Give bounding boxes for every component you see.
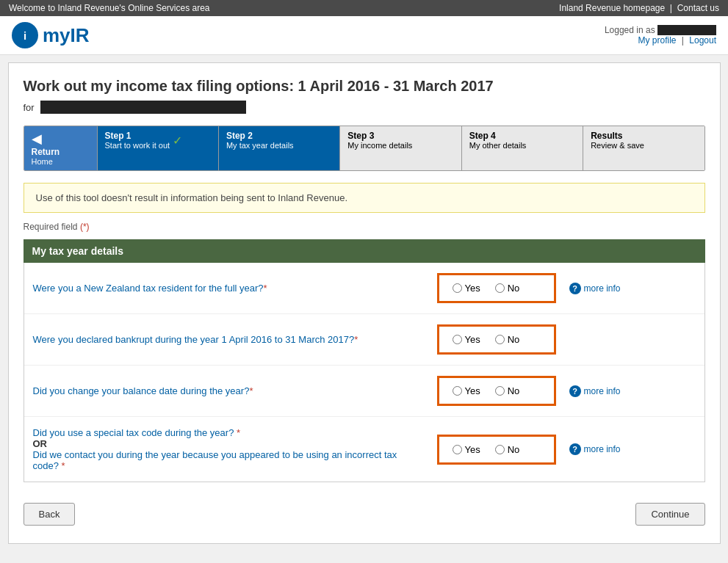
required-star: (*) — [80, 222, 90, 232]
step1-sub: Start to work it out — [105, 141, 170, 150]
for-label-text: for — [24, 102, 35, 113]
q1-more-info-link[interactable]: ? more info — [569, 283, 621, 294]
results-label: Results — [591, 131, 696, 141]
back-arrow-icon: ◀ — [32, 131, 87, 147]
q2-radio-group: Yes No — [453, 334, 541, 345]
q2-info-placeholder — [563, 334, 622, 345]
q1-info-icon: ? — [569, 283, 581, 294]
step1-label: Step 1 — [105, 131, 170, 141]
results-sub: Review & save — [591, 141, 696, 150]
question-row-3: Did you change your balance date during … — [24, 366, 704, 417]
continue-button[interactable]: Continue — [635, 503, 704, 526]
q4-more-info-link[interactable]: ? more info — [569, 443, 621, 455]
question-row-1: Were you a New Zealand tax resident for … — [24, 263, 704, 314]
q3-no-radio[interactable] — [495, 386, 505, 396]
user-name-block — [40, 101, 246, 114]
question-2-text: Were you declared bankrupt during the ye… — [33, 334, 430, 345]
q1-no-option[interactable]: No — [495, 283, 520, 294]
q1-info: ? more info — [563, 283, 622, 294]
q4-no-option[interactable]: No — [495, 444, 520, 455]
step2-sub: My tax year details — [226, 141, 332, 150]
step2-label: Step 2 — [226, 131, 332, 141]
question-row-4: Did you use a special tax code during th… — [24, 417, 704, 482]
top-bar: Welcome to Inland Revenue's Online Servi… — [0, 0, 728, 16]
footer-buttons: Back Continue — [24, 494, 705, 529]
step-return-home[interactable]: ◀ Return Home — [24, 126, 98, 170]
q4-info-icon: ? — [569, 443, 581, 455]
q4-radio-box: Yes No — [437, 435, 556, 465]
q1-radio-group: Yes No — [453, 283, 541, 294]
logo-area: i myIR — [12, 22, 90, 48]
required-label: Required field (*) — [24, 222, 705, 232]
q4-yes-option[interactable]: Yes — [453, 444, 480, 455]
questions-container: Were you a New Zealand tax resident for … — [24, 263, 705, 482]
homepage-link[interactable]: Inland Revenue homepage — [559, 3, 665, 13]
q3-yes-radio[interactable] — [453, 386, 462, 396]
step3-label: Step 3 — [347, 131, 453, 141]
user-name-redacted — [657, 25, 716, 35]
step-results[interactable]: Results Review & save — [583, 126, 704, 170]
step-return-label: Return — [32, 147, 90, 157]
q2-no-option[interactable]: No — [495, 334, 520, 345]
q3-radio-group: Yes No — [453, 385, 541, 396]
question-row-2: Were you declared bankrupt during the ye… — [24, 314, 704, 366]
checkmark-icon: ✓ — [173, 134, 182, 148]
page-title: Work out my income tax filing options: 1… — [24, 78, 705, 95]
question-3-text: Did you change your balance date during … — [33, 385, 430, 396]
for-row: for — [24, 101, 705, 114]
step-3[interactable]: Step 3 My income details — [340, 126, 461, 170]
step-1[interactable]: Step 1 Start to work it out ✓ — [98, 126, 219, 170]
q4-radio-group: Yes No — [453, 444, 541, 455]
q2-yes-option[interactable]: Yes — [453, 334, 480, 345]
steps-nav: ◀ Return Home Step 1 Start to work it ou… — [24, 126, 705, 171]
q1-yes-radio[interactable] — [453, 283, 462, 293]
logged-in-label: Logged in as — [605, 25, 655, 35]
q4-yes-radio[interactable] — [453, 445, 462, 454]
my-profile-link[interactable]: My profile — [638, 35, 676, 46]
q3-no-option[interactable]: No — [495, 385, 520, 396]
q4-no-radio[interactable] — [495, 445, 505, 454]
q3-yes-option[interactable]: Yes — [453, 385, 480, 396]
question-4-text: Did you use a special tax code during th… — [33, 427, 430, 471]
q3-info: ? more info — [563, 385, 622, 397]
header-right: Logged in as My profile | Logout — [605, 25, 716, 46]
question-1-text: Were you a New Zealand tax resident for … — [33, 283, 430, 294]
step4-sub: My other details — [469, 141, 575, 150]
info-box: Use of this tool doesn't result in infor… — [24, 183, 705, 213]
q1-radio-box: Yes No — [437, 273, 556, 303]
q3-radio-box: Yes No — [437, 376, 556, 406]
step-4[interactable]: Step 4 My other details — [462, 126, 583, 170]
logo-icon: i — [12, 22, 38, 48]
main-content: Work out my income tax filing options: 1… — [8, 62, 721, 544]
header: i myIR Logged in as My profile | Logout — [0, 16, 728, 55]
q3-more-info-link[interactable]: ? more info — [569, 385, 621, 397]
q1-yes-option[interactable]: Yes — [453, 283, 480, 294]
logo-name: myIR — [43, 24, 90, 47]
section-header: My tax year details — [24, 239, 705, 263]
q1-no-radio[interactable] — [495, 283, 505, 293]
q2-radio-box: Yes No — [437, 324, 556, 355]
logout-link[interactable]: Logout — [689, 35, 716, 46]
info-box-text: Use of this tool doesn't result in infor… — [36, 192, 348, 203]
step-2[interactable]: Step 2 My tax year details — [219, 126, 340, 170]
contact-link[interactable]: Contact us — [677, 3, 719, 13]
welcome-text: Welcome to Inland Revenue's Online Servi… — [9, 3, 210, 13]
step3-sub: My income details — [347, 141, 453, 150]
q4-info: ? more info — [563, 443, 622, 455]
step-return-sub: Home — [32, 157, 90, 166]
q3-info-icon: ? — [569, 385, 581, 397]
back-button[interactable]: Back — [24, 503, 76, 526]
step4-label: Step 4 — [469, 131, 575, 141]
q2-no-radio[interactable] — [495, 335, 505, 344]
q2-yes-radio[interactable] — [453, 335, 462, 344]
